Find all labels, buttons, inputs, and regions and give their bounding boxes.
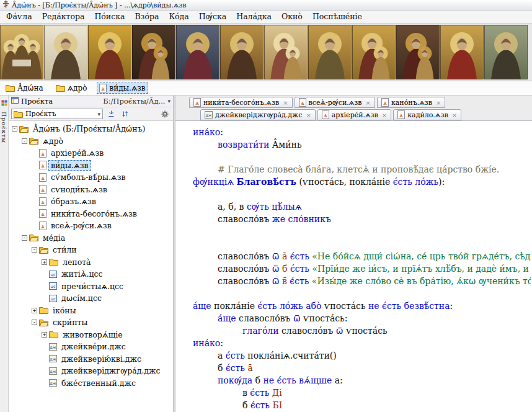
project-tree[interactable]: -А̂дѡ́нъ (Б:/Проє́кты/А̂дѡ́нъ)-ѧдро̀ѧарх… xyxy=(9,121,173,412)
editor-tab-row-2: джджейкверіджгѹра́д.джс×ѧархіере́й.ѧзв×ѧ… xyxy=(175,108,532,120)
tree-item-14[interactable]: цспречи́стыѧ.цсс xyxy=(10,280,173,293)
menu-item-2[interactable]: Реда́ктора xyxy=(37,11,90,22)
svg-text:цс: цс xyxy=(51,296,56,301)
close-tab-icon[interactable]: × xyxy=(283,99,288,106)
sort-button[interactable] xyxy=(119,109,130,120)
menu-item-4[interactable]: Взо́ра xyxy=(130,11,164,22)
tree-item-9[interactable]: ѧвсеѧ̀-рѹ́си.ѧзв xyxy=(10,220,173,232)
chevron-down-icon[interactable]: ▾ xyxy=(167,98,171,104)
tree-item-5[interactable]: ѧсѵ́мболъ-вѣ́ры.ѧзв xyxy=(10,171,173,184)
theotokos-unfading-flower-icon[interactable] xyxy=(264,25,308,79)
tree-item-11[interactable]: -сти́ли xyxy=(10,244,173,256)
menu-item-8[interactable]: Окно̀ xyxy=(277,11,308,22)
christ-bright-icon[interactable] xyxy=(44,25,87,79)
tree-item-19[interactable]: джджейкве́ри.джс xyxy=(10,341,173,353)
projects-tool-window-button[interactable]: Проє́кты xyxy=(1,112,7,143)
tree-expander-icon[interactable]: + xyxy=(42,259,47,265)
close-tab-icon[interactable]: × xyxy=(382,112,387,119)
editor-tab-1-3[interactable]: ѧкано́нъ.ѧзв× xyxy=(377,97,445,108)
theotokos-orans-icon[interactable] xyxy=(176,25,219,79)
menu-item-9[interactable]: Поспѣше́ніе xyxy=(308,11,367,22)
tree-item-7[interactable]: ѧо́бразъ.ѧзв xyxy=(10,195,173,208)
editor-tab-2-1[interactable]: джджейкверіджгѹра́д.джс× xyxy=(200,109,316,120)
close-tab-icon[interactable]: × xyxy=(452,112,457,119)
tool-window-grid-icon[interactable] xyxy=(1,97,7,109)
christ-teacher-icon[interactable] xyxy=(308,25,352,79)
editor-tab-1-2[interactable]: ѧвсеѧ̀-рѹ́си.ѧзв× xyxy=(295,97,375,108)
menu-item-3[interactable]: По́иска xyxy=(89,11,130,22)
tree-item-15[interactable]: цсдѡсі́м.цсс xyxy=(10,292,173,305)
theotokos-dark-icon[interactable] xyxy=(132,25,175,79)
folder-icon xyxy=(14,110,23,118)
tree-item-4[interactable]: ѧви́ды.ѧзв xyxy=(10,159,173,172)
tree-item-13[interactable]: цсжитіѧ̀.цсс xyxy=(10,268,173,280)
tree-item-label: сти́ли xyxy=(50,244,79,255)
tree-expander-icon[interactable]: + xyxy=(42,332,47,338)
tree-item-16[interactable]: +іко́ны xyxy=(10,305,173,317)
breadcrumb-item-1[interactable]: А̂дѡ́на xyxy=(3,83,46,94)
holy-trinity-icon[interactable] xyxy=(0,25,43,79)
tree-item-label: іко́ны xyxy=(50,305,79,316)
editor-tab-2-3[interactable]: ѧкади́ло.ѧзв× xyxy=(393,109,461,120)
svg-text:ѧ: ѧ xyxy=(324,112,327,119)
theotokos-maroon-icon[interactable] xyxy=(396,25,440,79)
folder-icon xyxy=(56,84,65,92)
code-line-22: в є́сть Д̄і xyxy=(193,387,531,399)
tree-item-10[interactable]: -ме́діа xyxy=(10,232,173,244)
js-file-icon: дж xyxy=(49,379,57,387)
tree-expander-icon[interactable]: + xyxy=(32,308,37,313)
tree-item-21[interactable]: джджейкверіджгѹра́д.джс xyxy=(10,365,173,377)
close-tab-icon[interactable]: × xyxy=(436,99,441,106)
breadcrumb-item-3[interactable]: ѧви́ды.ѧзв xyxy=(97,83,148,94)
tree-item-label: дѡсі́м.цсс xyxy=(59,293,104,303)
tree-expander-icon[interactable]: - xyxy=(22,235,27,241)
christ-olive-icon[interactable] xyxy=(484,25,528,79)
folder-open-icon xyxy=(29,137,38,145)
code-area[interactable]: ина́ко:возврати́ти А̂ми́нь # Глаго́ле сл… xyxy=(175,120,532,412)
tree-item-label: скри́пты xyxy=(50,317,90,328)
tree-item-8[interactable]: ѧники́та-бесого́нъ.ѧзв xyxy=(10,208,173,220)
collapse-all-button[interactable] xyxy=(105,109,117,120)
tree-item-label: джейкверіджгѹра́д.джс xyxy=(59,365,163,376)
project-scope-combo[interactable]: Проє́ктъ ▾ xyxy=(11,109,103,119)
editor-tab-1-1[interactable]: ѧники́та-бесого́нъ.ѧзв× xyxy=(189,97,293,108)
js-file-icon: дж xyxy=(49,367,57,375)
project-panel-caption: Проє́кта Б:/Проє́кты/А̂д... ▾ xyxy=(9,96,173,107)
tree-item-18[interactable]: +животворѧ́щіе xyxy=(10,329,173,341)
settings-gear-button[interactable] xyxy=(159,109,171,120)
tree-item-1[interactable]: -А̂дѡ́нъ (Б:/Проє́кты/А̂дѡ́нъ) xyxy=(10,123,173,135)
folder-open-icon xyxy=(39,319,48,326)
tree-item-20[interactable]: джджейкверію́кві.джс xyxy=(10,353,173,365)
tree-item-3[interactable]: ѧархіере́й.ѧзв xyxy=(10,147,173,159)
svg-text:ѧ: ѧ xyxy=(41,162,45,169)
breadcrumb-item-2[interactable]: ѧдро̀ xyxy=(53,83,90,94)
svg-text:ѧ: ѧ xyxy=(195,99,199,106)
menu-bar: Фа́ѵлаРеда́ктораПо́искаВзо́раКо́даПѹ́ска… xyxy=(0,11,532,24)
folder-icon xyxy=(49,331,58,338)
tree-item-17[interactable]: -скри́пты xyxy=(10,316,173,329)
christ-pantocrator-gold-icon[interactable] xyxy=(88,25,131,79)
christ-red-robe-icon[interactable] xyxy=(440,25,484,79)
tree-expander-icon[interactable]: - xyxy=(12,126,17,132)
tree-item-label: о́бразъ.ѧзв xyxy=(48,196,99,207)
christ-pantocrator-brown-icon[interactable] xyxy=(220,25,264,79)
project-path-combo[interactable]: Б:/Проє́кты/А̂д... xyxy=(103,97,165,105)
menu-item-5[interactable]: Ко́да xyxy=(164,11,193,22)
svg-text:цс: цс xyxy=(51,284,56,289)
close-tab-icon[interactable]: × xyxy=(366,99,371,106)
menu-item-7[interactable]: Нала́дка xyxy=(231,11,277,22)
menu-item-6[interactable]: Пѹ́ска xyxy=(194,11,231,22)
tree-expander-icon[interactable]: - xyxy=(32,247,37,253)
tree-item-12[interactable]: +лепота̀ xyxy=(10,256,173,269)
tree-item-22[interactable]: джбже́ственный.джс xyxy=(10,377,173,390)
close-tab-icon[interactable]: × xyxy=(306,112,311,119)
tree-item-6[interactable]: ѧсѵноди́къ.ѧзв xyxy=(10,184,173,196)
tree-expander-icon[interactable]: - xyxy=(32,320,37,325)
editor-tab-2-2[interactable]: ѧархіере́й.ѧзв× xyxy=(317,109,391,120)
tree-item-2[interactable]: -ѧдро̀ xyxy=(10,135,173,148)
theotokos-hodegetria-icon[interactable] xyxy=(352,25,396,79)
editor-tab-label: джейкверіджгѹра́д.джс xyxy=(215,111,302,119)
menu-item-1[interactable]: Фа́ѵла xyxy=(1,11,37,22)
tree-expander-icon[interactable]: - xyxy=(22,138,27,144)
css-file-icon: цс xyxy=(49,282,57,290)
